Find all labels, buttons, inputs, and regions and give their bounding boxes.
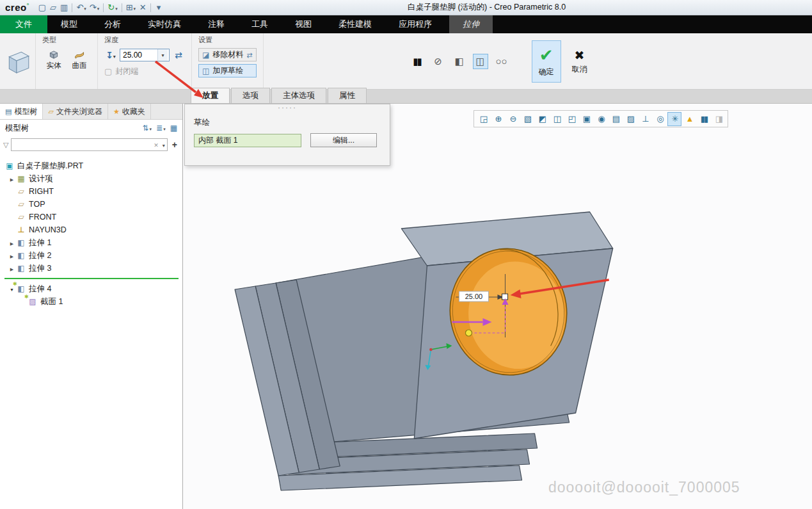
refit-icon[interactable]: ◲ — [476, 112, 490, 126]
glasses-icon[interactable]: ○○ — [494, 54, 509, 69]
tree-item[interactable] — [0, 275, 182, 282]
expand-arrow-icon[interactable] — [8, 251, 16, 260]
panel-drag-handle[interactable] — [185, 104, 390, 112]
search-dropdown-icon[interactable] — [161, 140, 167, 149]
tree-item[interactable]: RIGHT — [0, 185, 182, 198]
tree-item-label[interactable]: 白桌子腿垫脚.PRT — [17, 161, 83, 172]
windows-icon[interactable]: ⊞ — [125, 2, 137, 13]
tree-columns-icon[interactable]: ▦ — [170, 124, 177, 133]
open-file-icon[interactable]: ▱ — [48, 2, 58, 13]
shade-icon[interactable]: ◩ — [535, 112, 549, 126]
tree-item-label[interactable]: TOP — [29, 200, 45, 209]
depth-dropdown-button[interactable] — [157, 49, 168, 61]
tree-item-label[interactable]: 拉伸 4 — [29, 284, 51, 295]
ribbon-tab[interactable]: 注释 — [195, 15, 238, 33]
ribbon-tab[interactable]: 拉伸 — [449, 15, 493, 33]
close-window-icon[interactable]: ✕ — [138, 2, 148, 13]
tree-item-label[interactable]: 设计项 — [29, 174, 53, 184]
tree-item[interactable]: 拉伸 2 — [0, 249, 182, 262]
datum-display-icon[interactable]: ⊥ — [638, 112, 652, 126]
flip-depth-direction-button[interactable] — [172, 49, 185, 61]
no-preview-icon[interactable]: ⊘ — [431, 54, 446, 69]
depth-type-button[interactable] — [104, 49, 117, 61]
navigator-tab[interactable]: 收藏夹 — [108, 104, 151, 119]
redo-icon[interactable]: ↷ — [88, 2, 100, 13]
sketch-display-icon[interactable]: ▨ — [623, 112, 637, 126]
section-icon[interactable]: ◰ — [564, 112, 578, 126]
ribbon-tab[interactable]: 模型 — [47, 15, 91, 33]
new-file-icon[interactable]: ▢ — [37, 2, 47, 13]
tree-item[interactable]: 拉伸 4 — [0, 282, 182, 295]
tree-list-icon[interactable]: ≣ — [156, 124, 166, 133]
navigator-tab[interactable]: 模型树 — [0, 104, 43, 119]
ribbon-tab[interactable]: 分析 — [91, 15, 134, 33]
dashboard-panel-tab[interactable]: 主体选项 — [271, 88, 326, 103]
separator[interactable] — [150, 3, 151, 12]
tree-item[interactable]: 白桌子腿垫脚.PRT — [0, 159, 182, 172]
ribbon-tab[interactable]: 视图 — [282, 15, 325, 33]
zoom-out-icon[interactable]: ⊖ — [506, 112, 520, 126]
ribbon-tab[interactable]: 应用程序 — [385, 15, 445, 33]
record-icon[interactable]: ◨ — [712, 112, 726, 126]
tree-item-label[interactable]: 拉伸 2 — [29, 250, 51, 261]
expand-arrow-icon[interactable] — [8, 174, 16, 183]
thicken-sketch-toggle[interactable]: 加厚草绘 — [198, 64, 257, 77]
tree-item[interactable]: 截面 1 — [0, 295, 182, 308]
remove-material-toggle[interactable]: 移除材料 — [198, 48, 257, 61]
ribbon-tab[interactable]: 工具 — [238, 15, 282, 33]
tree-item-label[interactable]: 拉伸 1 — [29, 238, 51, 248]
tree-item-label[interactable]: 拉伸 3 — [29, 263, 51, 274]
appearance-icon[interactable]: ◉ — [594, 112, 608, 126]
qat-more-icon[interactable]: ▾ — [154, 2, 164, 13]
tree-item-label[interactable]: FRONT — [29, 213, 56, 222]
separator[interactable] — [103, 3, 104, 12]
material-side-icon[interactable] — [246, 51, 252, 60]
sketch-reference-field[interactable]: 内部 截面 1 — [194, 134, 301, 147]
warning-icon[interactable]: ▲ — [682, 112, 696, 126]
filter-funnel-icon[interactable] — [3, 140, 8, 149]
expand-arrow-icon[interactable] — [8, 238, 16, 247]
tree-search-input[interactable] — [12, 140, 152, 149]
save-icon[interactable]: ▥ — [59, 2, 69, 13]
spin-center-icon[interactable]: ◎ — [653, 112, 667, 126]
navigator-tab[interactable]: 文件夹浏览器 — [43, 104, 107, 119]
dashboard-panel-tab[interactable]: 放置 — [191, 88, 230, 103]
cancel-button[interactable]: 取消 — [565, 40, 594, 83]
expand-arrow-icon[interactable] — [8, 264, 16, 273]
repaint-icon[interactable]: ▧ — [520, 112, 534, 126]
pause-icon[interactable]: ▮▮ — [410, 54, 425, 69]
surface-button[interactable]: 曲面 — [68, 47, 91, 73]
separator[interactable] — [72, 3, 72, 12]
edit-sketch-button[interactable]: 编辑... — [310, 133, 377, 147]
solid-button[interactable]: 实体 — [42, 47, 65, 73]
ok-button[interactable]: 确定 — [532, 40, 561, 83]
ribbon-tab[interactable]: 文件 — [0, 15, 47, 33]
add-filter-icon[interactable] — [170, 140, 179, 150]
tree-item[interactable]: NAYUN3D — [0, 223, 182, 236]
pause-icon[interactable]: ▮▮ — [697, 112, 711, 126]
undo-icon[interactable]: ↶ — [75, 2, 87, 13]
3d-connections-icon[interactable]: ✳ — [667, 112, 681, 126]
tree-item-label[interactable]: NAYUN3D — [29, 225, 67, 234]
preview-icon[interactable]: ◫ — [473, 54, 488, 69]
dashboard-panel-tab[interactable]: 属性 — [328, 88, 367, 103]
ribbon-tab[interactable]: 柔性建模 — [325, 15, 385, 33]
depth-value-input[interactable] — [120, 51, 157, 60]
ribbon-tab[interactable]: 实时仿真 — [134, 15, 195, 33]
clear-search-icon[interactable] — [152, 140, 161, 149]
tree-item[interactable]: 拉伸 1 — [0, 236, 182, 249]
verify-icon[interactable]: ◧ — [452, 54, 467, 69]
dashboard-panel-tab[interactable]: 选项 — [231, 88, 270, 103]
tree-item-label[interactable]: RIGHT — [29, 187, 54, 196]
regenerate-icon[interactable]: ↻ — [106, 2, 118, 13]
dimension-value[interactable]: 25.00 — [465, 293, 483, 300]
display-style-icon[interactable]: ◫ — [550, 112, 564, 126]
tree-item[interactable]: 设计项 — [0, 172, 182, 185]
tree-item[interactable]: TOP — [0, 198, 182, 211]
tree-item-label[interactable]: 截面 1 — [40, 296, 63, 307]
zoom-in-icon[interactable]: ⊕ — [491, 112, 505, 126]
tree-item[interactable]: 拉伸 3 — [0, 262, 182, 275]
annotation-display-icon[interactable]: ▤ — [609, 112, 623, 126]
graphics-viewport[interactable]: 25.00 — [183, 104, 812, 509]
tree-filter-icon[interactable]: ⇅ — [143, 124, 152, 133]
